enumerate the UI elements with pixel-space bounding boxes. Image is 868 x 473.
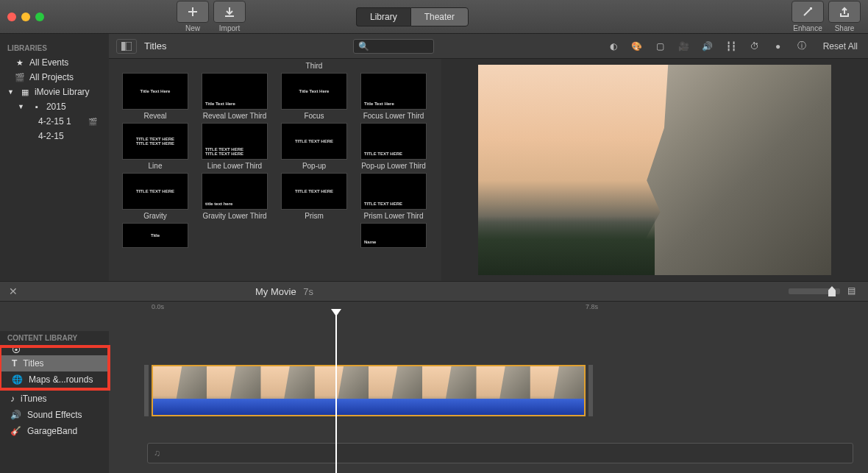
maps-label: Maps &...rounds bbox=[29, 374, 93, 385]
title-label: Line Lower Third bbox=[207, 162, 262, 170]
star-icon: ★ bbox=[15, 58, 25, 68]
color-balance-icon[interactable]: ◐ bbox=[607, 40, 620, 53]
browser-toolbar: Titles 🔍 bbox=[109, 34, 441, 59]
thumb-text: Title Text Here bbox=[299, 89, 330, 93]
thumb-text: TITLE TEXT HERE TITLE TEXT HERE bbox=[205, 147, 243, 156]
new-button[interactable] bbox=[177, 1, 209, 23]
sidebar-event-1[interactable]: 4-2-15 1🎬 bbox=[0, 114, 109, 129]
library-tab[interactable]: Library bbox=[356, 7, 410, 26]
partial-label: Third bbox=[306, 62, 323, 70]
sound-effects-label: Sound Effects bbox=[27, 410, 82, 420]
title-label: Gravity bbox=[143, 212, 167, 220]
disclosure-icon[interactable]: ▼ bbox=[18, 103, 24, 110]
view-mode-toggle[interactable] bbox=[116, 39, 137, 54]
time-ruler[interactable]: 0.0s 7.8s bbox=[0, 302, 868, 313]
thumb-text: TITLE TEXT HERE bbox=[295, 189, 333, 193]
zoom-slider[interactable] bbox=[789, 288, 840, 294]
browser-title: Titles bbox=[144, 40, 167, 51]
track-area[interactable]: ♫ bbox=[0, 313, 868, 460]
all-projects-label: All Projects bbox=[29, 72, 74, 82]
timeline: ✕ My Movie 7s ▤ 0.0s 7.8s ♫ bbox=[0, 281, 868, 473]
view-segment: Library Theater bbox=[356, 7, 469, 26]
disclosure-icon[interactable]: ▼ bbox=[7, 88, 14, 96]
folder-icon: ▪ bbox=[32, 102, 42, 111]
new-label: New bbox=[185, 24, 200, 32]
search-input[interactable]: 🔍 bbox=[353, 39, 434, 54]
preview-frame bbox=[478, 65, 831, 275]
reset-all-button[interactable]: Reset All bbox=[823, 41, 858, 51]
content-titles[interactable]: TTitles bbox=[1, 355, 107, 371]
title-popup-lower-third[interactable]: TITLE TEXT HEREPop-up Lower Third bbox=[360, 123, 427, 170]
crop-icon[interactable]: ▢ bbox=[654, 40, 667, 53]
thumb-text: Title Text Here bbox=[364, 102, 394, 106]
import-button[interactable] bbox=[213, 1, 246, 23]
title-label: Reveal Lower Third bbox=[203, 112, 267, 120]
svg-rect-1 bbox=[126, 42, 132, 51]
info-icon[interactable]: ⓘ bbox=[795, 40, 808, 53]
title-line[interactable]: TITLE TEXT HERE TITLE TEXT HERELine bbox=[122, 123, 188, 170]
settings-icon[interactable]: ▤ bbox=[847, 285, 859, 297]
preview-pane: ◐ 🎨 ▢ 🎥 🔊 ┇┇ ⏱ ● ⓘ Reset All bbox=[441, 34, 868, 281]
sidebar-year-2015[interactable]: ▼▪2015 bbox=[0, 99, 109, 114]
enhance-button[interactable] bbox=[791, 1, 824, 23]
title-gravity-lower-third[interactable]: title text hereGravity Lower Third bbox=[202, 173, 268, 220]
title-popup[interactable]: TITLE TEXT HEREPop-up bbox=[281, 123, 347, 170]
minimize-icon[interactable] bbox=[21, 13, 30, 21]
clip-handle-right[interactable] bbox=[588, 365, 593, 416]
ruler-start: 0.0s bbox=[152, 303, 164, 310]
title-prism[interactable]: TITLE TEXT HEREPrism bbox=[281, 173, 347, 220]
playhead[interactable] bbox=[335, 313, 337, 473]
close-timeline-icon[interactable]: ✕ bbox=[9, 285, 18, 297]
titles-browser: Titles 🔍 Third Title Text HereReveal Tit… bbox=[109, 34, 441, 281]
speed-icon[interactable]: ⏱ bbox=[748, 40, 761, 53]
content-garageband[interactable]: 🎸GarageBand bbox=[0, 423, 109, 439]
sound-icon: 🔊 bbox=[10, 410, 21, 420]
zoom-icon[interactable] bbox=[35, 13, 44, 21]
theater-tab[interactable]: Theater bbox=[410, 7, 469, 26]
title-reveal[interactable]: Title Text HereReveal bbox=[122, 73, 188, 120]
volume-icon[interactable]: 🔊 bbox=[701, 40, 714, 53]
title-prism-lower-third[interactable]: TITLE TEXT HEREPrism Lower Third bbox=[360, 173, 427, 220]
title-label: Prism bbox=[305, 212, 324, 220]
title-label: Focus bbox=[304, 112, 324, 120]
sidebar-all-events[interactable]: ★All Events bbox=[0, 55, 109, 70]
audio-waveform[interactable] bbox=[153, 399, 584, 415]
sidebar-imovie-library[interactable]: ▼▦iMovie Library bbox=[0, 85, 109, 99]
share-label: Share bbox=[835, 24, 855, 32]
content-transitions[interactable]: ⦿Transitions bbox=[1, 348, 107, 355]
zoom-thumb[interactable] bbox=[828, 286, 836, 296]
titles-icon: T bbox=[12, 358, 17, 369]
sidebar-all-projects[interactable]: 🎬All Projects bbox=[0, 70, 109, 85]
content-maps[interactable]: 🌐Maps &...rounds bbox=[1, 371, 107, 388]
effects-icon[interactable]: ● bbox=[772, 40, 785, 53]
all-events-label: All Events bbox=[29, 57, 68, 68]
title-label: Line bbox=[149, 162, 163, 170]
share-button[interactable] bbox=[828, 1, 861, 23]
guitar-icon: 🎸 bbox=[10, 426, 21, 436]
window-controls bbox=[7, 13, 44, 21]
sidebar-event-2[interactable]: 4-2-15 bbox=[0, 129, 109, 143]
transitions-icon: ⦿ bbox=[12, 348, 21, 355]
content-library: CONTENT LIBRARY ⦿Transitions TTitles 🌐Ma… bbox=[0, 331, 109, 473]
music-well[interactable]: ♫ bbox=[147, 443, 853, 463]
close-icon[interactable] bbox=[7, 13, 16, 21]
color-correct-icon[interactable]: 🎨 bbox=[630, 40, 644, 53]
noise-icon[interactable]: ┇┇ bbox=[725, 40, 738, 53]
title-extra-2[interactable]: Name bbox=[360, 223, 427, 248]
title-label: Pop-up Lower Third bbox=[361, 162, 426, 170]
title-reveal-lower-third[interactable]: Title Text HereReveal Lower Third bbox=[202, 73, 268, 120]
title-extra-1[interactable]: Title bbox=[122, 223, 188, 248]
video-clip[interactable] bbox=[152, 365, 586, 416]
project-title-text: My Movie bbox=[255, 286, 296, 297]
timeline-header: ✕ My Movie 7s ▤ bbox=[0, 281, 868, 302]
title-line-lower-third[interactable]: TITLE TEXT HERE TITLE TEXT HERELine Lowe… bbox=[202, 123, 268, 170]
imovie-library-label: iMovie Library bbox=[35, 87, 90, 97]
stabilize-icon[interactable]: 🎥 bbox=[677, 40, 691, 53]
title-focus[interactable]: Title Text HereFocus bbox=[281, 73, 347, 120]
content-itunes[interactable]: ♪iTunes bbox=[0, 391, 109, 407]
content-sound-effects[interactable]: 🔊Sound Effects bbox=[0, 407, 109, 423]
title-focus-lower-third[interactable]: Title Text HereFocus Lower Third bbox=[360, 73, 427, 120]
clip-handle-left[interactable] bbox=[144, 365, 149, 416]
thumb-text: Title Text Here bbox=[205, 102, 235, 106]
title-gravity[interactable]: TITLE TEXT HEREGravity bbox=[122, 173, 188, 220]
